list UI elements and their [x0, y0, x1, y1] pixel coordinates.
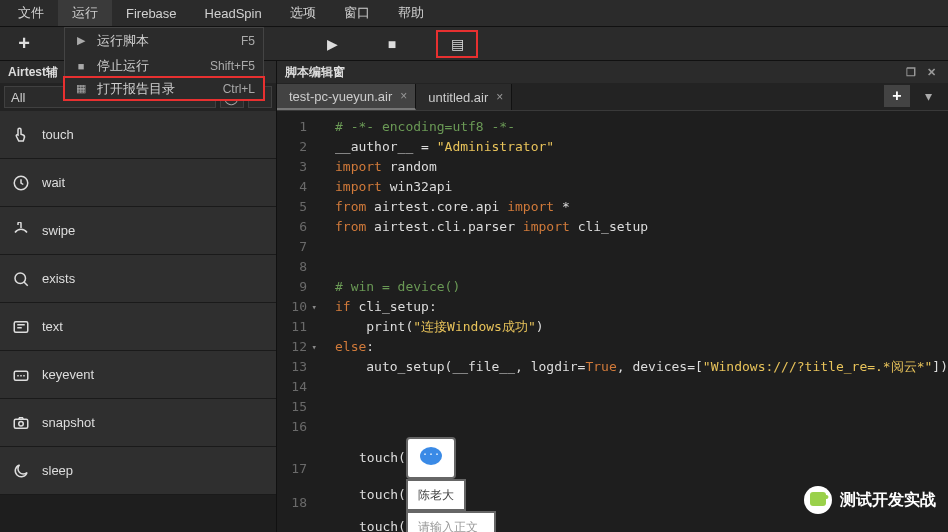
tool-wait[interactable]: wait — [0, 159, 276, 207]
toolbar-report-button[interactable]: ▤ — [436, 30, 478, 58]
left-panel: Airtest辅 ❐ ✕ All ▾ ◯ ⧉ touchwaitswipeexi… — [0, 61, 277, 532]
menu-item-0[interactable]: 文件 — [4, 0, 58, 26]
dropdown-item-1[interactable]: ■停止运行Shift+F5 — [65, 53, 263, 78]
tool-sleep[interactable]: sleep — [0, 447, 276, 495]
menu-item-5[interactable]: 窗口 — [330, 0, 384, 26]
watermark: 测试开发实战 — [804, 486, 936, 514]
dropdown-item-0[interactable]: ▶运行脚本F5 — [65, 28, 263, 53]
menubar: 文件运行FirebaseHeadSpin选项窗口帮助 — [0, 0, 948, 27]
tool-keyevent[interactable]: keyevent — [0, 351, 276, 399]
menu-item-6[interactable]: 帮助 — [384, 0, 438, 26]
tool-text[interactable]: text — [0, 303, 276, 351]
add-tab-button[interactable]: + — [884, 85, 910, 107]
panel-close-icon[interactable]: ✕ — [922, 66, 940, 79]
toolbar-new-button[interactable]: + — [8, 30, 40, 58]
embedded-text-1: 陈老大 — [406, 479, 466, 511]
editor-tabs: test-pc-yueyun.air×untitled.air×+▾ — [277, 83, 948, 111]
toolbar-stop-button[interactable]: ■ — [376, 30, 408, 58]
toolbar-play-button[interactable]: ▶ — [316, 30, 348, 58]
editor-panel-header: 脚本编辑窗 ❐ ✕ — [277, 61, 948, 83]
editor-panel-title: 脚本编辑窗 — [285, 64, 345, 81]
svg-point-1 — [15, 273, 26, 284]
embedded-image-bubble — [406, 437, 456, 479]
tool-list: touchwaitswipeexiststextkeyeventsnapshot… — [0, 111, 276, 532]
panel-undock-icon[interactable]: ❐ — [902, 66, 920, 79]
line-gutter: 12345678910111213141516171819 — [277, 111, 317, 532]
dropdown-item-2[interactable]: ▦打开报告目录Ctrl+L — [63, 76, 265, 101]
close-icon[interactable]: × — [400, 89, 407, 103]
tool-touch[interactable]: touch — [0, 111, 276, 159]
code-area[interactable]: # -*- encoding=utf8 -*-__author__ = "Adm… — [317, 111, 948, 532]
tool-exists[interactable]: exists — [0, 255, 276, 303]
menu-item-2[interactable]: Firebase — [112, 2, 191, 25]
close-icon[interactable]: × — [496, 90, 503, 104]
run-menu-dropdown: ▶运行脚本F5■停止运行Shift+F5▦打开报告目录Ctrl+L — [64, 27, 264, 100]
tab-menu-icon[interactable]: ▾ — [912, 82, 944, 110]
menu-item-1[interactable]: 运行 — [58, 0, 112, 26]
wechat-icon — [804, 486, 832, 514]
tool-swipe[interactable]: swipe — [0, 207, 276, 255]
menu-item-4[interactable]: 选项 — [276, 0, 330, 26]
code-editor[interactable]: 12345678910111213141516171819 # -*- enco… — [277, 111, 948, 532]
menu-item-3[interactable]: HeadSpin — [191, 2, 276, 25]
right-panel: 脚本编辑窗 ❐ ✕ test-pc-yueyun.air×untitled.ai… — [277, 61, 948, 532]
editor-tab-0[interactable]: test-pc-yueyun.air× — [277, 84, 416, 110]
tool-snapshot[interactable]: snapshot — [0, 399, 276, 447]
left-panel-title: Airtest辅 — [8, 64, 58, 81]
embedded-placeholder: 请输入正文 — [406, 511, 496, 532]
svg-rect-4 — [14, 419, 28, 428]
editor-tab-1[interactable]: untitled.air× — [416, 84, 512, 110]
svg-point-5 — [19, 421, 24, 426]
